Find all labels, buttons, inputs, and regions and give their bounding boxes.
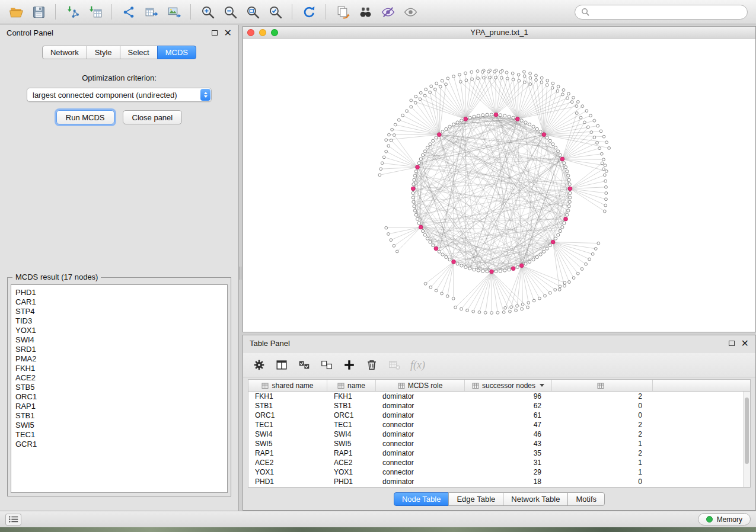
- table-scrollbar-thumb[interactable]: [745, 398, 749, 464]
- close-panel-icon[interactable]: ✕: [224, 28, 232, 38]
- find-button[interactable]: [355, 3, 375, 21]
- tab-node-table[interactable]: Node Table: [394, 492, 449, 506]
- zoom-fit-button[interactable]: [243, 3, 263, 21]
- run-mcds-button[interactable]: Run MCDS: [56, 110, 114, 124]
- status-menu-button[interactable]: [5, 514, 21, 525]
- window-zoom-icon[interactable]: [271, 29, 278, 36]
- zoom-out-button[interactable]: [220, 3, 240, 21]
- eye-slash-icon: [381, 5, 395, 20]
- table-cell: connector: [376, 458, 465, 467]
- table-cell: RAP1: [327, 448, 376, 458]
- table-scrollbar[interactable]: [743, 392, 750, 487]
- column-header-mcds-role[interactable]: MCDS role: [376, 380, 465, 391]
- mcds-result-item[interactable]: RAP1: [15, 402, 227, 411]
- export-network-button[interactable]: [119, 3, 139, 21]
- float-table-panel-icon[interactable]: [729, 341, 735, 346]
- clone-network-button[interactable]: [333, 3, 353, 21]
- table-cell: 0: [552, 477, 653, 486]
- mcds-result-item[interactable]: TEC1: [15, 430, 227, 440]
- table-row[interactable]: TEC1TEC1connector472: [248, 420, 743, 430]
- zoom-in-icon: [200, 5, 215, 20]
- column-header-name[interactable]: name: [327, 380, 376, 391]
- table-row[interactable]: ACE2ACE2connector311: [248, 458, 743, 467]
- mcds-result-item[interactable]: GCR1: [15, 440, 227, 449]
- zoom-in-button[interactable]: [197, 3, 218, 21]
- table-cell: FKH1: [248, 392, 327, 401]
- search-box[interactable]: [575, 5, 748, 20]
- deselect-all-rows-icon[interactable]: [320, 358, 333, 371]
- tab-network[interactable]: Network: [42, 46, 87, 59]
- zoom-fit-icon: [245, 5, 260, 20]
- table-cell: 0: [552, 411, 653, 420]
- column-header-predecessor-nodes[interactable]: [552, 380, 653, 391]
- mcds-result-list[interactable]: PHD1CAR1STP4TID3YOX1SWI4SRD1PMA2FKH1ACE2…: [11, 284, 228, 493]
- delete-column-icon[interactable]: [365, 358, 378, 371]
- memory-button[interactable]: Memory: [698, 513, 751, 525]
- mcds-result-item[interactable]: SRD1: [15, 345, 227, 354]
- table-row[interactable]: RAP1RAP1dominator352: [248, 448, 743, 458]
- hide-selected-button[interactable]: [378, 3, 398, 21]
- mcds-result-item[interactable]: STP4: [15, 307, 227, 316]
- mcds-result-item[interactable]: ORC1: [15, 392, 227, 402]
- tab-edge-table[interactable]: Edge Table: [448, 492, 503, 506]
- search-icon: [581, 8, 589, 16]
- table-row[interactable]: STB1STB1dominator620: [248, 401, 743, 411]
- tab-select[interactable]: Select: [120, 46, 158, 59]
- close-table-panel-icon[interactable]: ✕: [741, 339, 749, 348]
- mcds-result-item[interactable]: STB1: [15, 411, 227, 421]
- add-column-icon[interactable]: [343, 358, 356, 371]
- tab-mcds[interactable]: MCDS: [157, 46, 196, 59]
- table-settings-gear-icon[interactable]: [253, 358, 266, 371]
- table-row[interactable]: FKH1FKH1dominator962: [248, 392, 743, 401]
- show-all-button[interactable]: [400, 3, 420, 21]
- mcds-result-item[interactable]: SWI5: [15, 421, 227, 430]
- export-image-icon: [167, 5, 181, 20]
- export-image-button[interactable]: [164, 3, 184, 21]
- tab-style[interactable]: Style: [87, 46, 120, 59]
- import-table-icon: [88, 5, 103, 20]
- mcds-result-item[interactable]: STB5: [15, 383, 227, 392]
- mcds-result-item[interactable]: PHD1: [15, 288, 227, 297]
- table-cell: 2: [552, 448, 653, 458]
- window-close-icon[interactable]: [247, 29, 254, 36]
- table-row[interactable]: ORC1ORC1dominator610: [248, 411, 743, 420]
- mcds-result-item[interactable]: TID3: [15, 316, 227, 326]
- table-cell: PHD1: [327, 477, 376, 486]
- tab-network-table[interactable]: Network Table: [503, 492, 568, 506]
- window-minimize-icon[interactable]: [259, 29, 266, 36]
- mcds-result-item[interactable]: PMA2: [15, 354, 227, 364]
- export-table-button[interactable]: [141, 3, 161, 21]
- import-table-button[interactable]: [85, 3, 105, 21]
- mcds-result-item[interactable]: YOX1: [15, 326, 227, 335]
- table-cell: 43: [465, 439, 552, 448]
- mcds-result-item[interactable]: ACE2: [15, 373, 227, 383]
- search-input[interactable]: [593, 8, 741, 16]
- table-row[interactable]: YOX1YOX1connector291: [248, 467, 743, 477]
- table-row[interactable]: SWI4SWI4dominator462: [248, 430, 743, 439]
- network-canvas[interactable]: [243, 39, 755, 332]
- criterion-select[interactable]: largest connected component (undirected): [27, 88, 212, 102]
- refresh-view-button[interactable]: [299, 3, 319, 21]
- table-cell: ACE2: [327, 458, 376, 467]
- network-window-titlebar[interactable]: YPA_prune.txt_1: [243, 27, 755, 39]
- application-window: Control Panel ✕ Network Style Select MCD…: [0, 0, 756, 532]
- mcds-result-item[interactable]: CAR1: [15, 297, 227, 307]
- close-panel-button[interactable]: Close panel: [123, 110, 183, 124]
- mcds-result-item[interactable]: FKH1: [15, 364, 227, 373]
- save-session-button[interactable]: [28, 3, 49, 21]
- column-header-shared-name[interactable]: shared name: [248, 380, 327, 391]
- column-header-successor-nodes[interactable]: successor nodes: [465, 380, 552, 391]
- table-cell: connector: [376, 420, 465, 430]
- open-file-button[interactable]: [6, 3, 26, 21]
- float-panel-icon[interactable]: [212, 30, 218, 36]
- tab-motifs[interactable]: Motifs: [567, 492, 605, 506]
- table-row[interactable]: SWI5SWI5connector431: [248, 439, 743, 448]
- show-columns-icon[interactable]: [275, 358, 288, 371]
- select-all-rows-icon[interactable]: [298, 358, 311, 371]
- column-header-filler: [653, 380, 750, 391]
- mcds-result-item[interactable]: SWI4: [15, 335, 227, 345]
- zoom-selected-button[interactable]: [265, 3, 285, 21]
- import-network-button[interactable]: [62, 3, 82, 21]
- table-cell: 47: [465, 420, 552, 430]
- table-row[interactable]: PHD1PHD1dominator180: [248, 477, 743, 486]
